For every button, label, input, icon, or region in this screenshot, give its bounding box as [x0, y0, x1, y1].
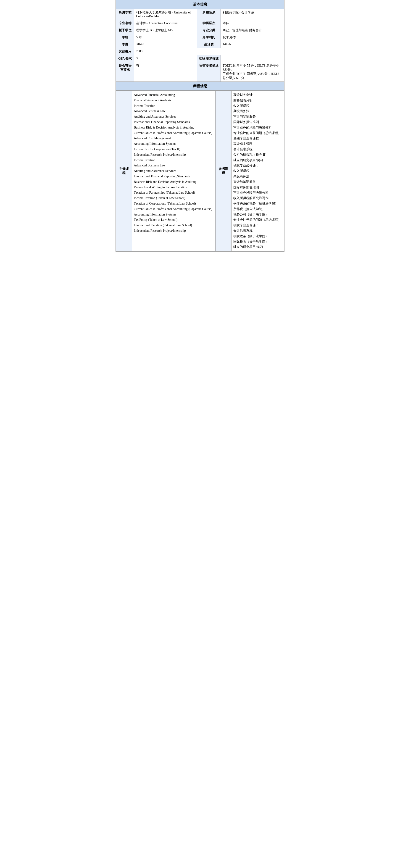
course-row: 主修课程 Advanced Financial AccountingFinanc… — [116, 91, 284, 251]
list-item: 审计业务风险与决策分析 — [233, 190, 282, 195]
list-item: 会计信息系统 — [233, 147, 282, 152]
list-item: Auditing and Assurance Services — [134, 168, 213, 174]
duration-value: 5 年 — [134, 34, 197, 41]
tuition-value: 31647 — [134, 41, 197, 48]
major-name-label: 专业名称 — [116, 20, 134, 27]
ref-translation-list: 高级财务会计财务报表分析收入所得税高级商务法审计与鉴证服务国际财务报告准则审计业… — [232, 91, 284, 251]
list-item: Tax Policy (Taken at Law School) — [134, 217, 213, 223]
list-item: Advanced Business Law — [134, 108, 213, 114]
list-item: 会计信息系统 — [233, 228, 282, 234]
lang-desc-label: 语言要求描述 — [197, 62, 220, 82]
list-item: 审计业务的风险与决策分析 — [233, 125, 282, 130]
list-item: 税收专业必修课： — [233, 163, 282, 168]
edu-level-value: 本科 — [221, 20, 284, 27]
list-item: 审计与鉴证服务 — [233, 179, 282, 185]
living-cost-value: 14456 — [221, 41, 284, 48]
list-item: 财务报表分析 — [233, 98, 282, 103]
list-item: Taxation of Corporations (Taken at Law S… — [134, 201, 213, 206]
list-item: 税收政策（摄于法学院） — [233, 234, 282, 239]
list-item: 高级财务会计 — [233, 92, 282, 98]
lang-desc-value: TOEFL 网考至少 75 分，IELTS 总分至少 6.5 分。 工程专业 T… — [221, 62, 284, 82]
other-fee-label: 其他费用 — [116, 48, 134, 55]
dept-value: 利兹商学院 - 会计学系 — [221, 9, 284, 20]
list-item: Accounting Information Systems — [134, 141, 213, 147]
list-item: 所得税（摘自法学院） — [233, 206, 282, 212]
list-item: 独立的研究项目/实习 — [233, 244, 282, 250]
start-time-value: 秋季,春季 — [221, 34, 284, 41]
list-item: Advanced Business Law — [134, 163, 213, 168]
list-item: 国际财务报告准则 — [233, 119, 282, 125]
list-item: Research and Writing in Income Taxation — [134, 185, 213, 190]
list-item: Accounting Information Systems — [134, 212, 213, 217]
tuition-label: 学费 — [116, 41, 134, 48]
table-row: 是否有语言要求 有 语言要求描述 TOEFL 网考至少 75 分，IELTS 总… — [116, 62, 284, 82]
list-item: 国际税收（摄于法学院） — [233, 239, 282, 245]
living-cost-label: 生活费 — [197, 41, 220, 48]
list-item: Advanced Cost Management — [134, 135, 213, 141]
list-item: 高级商务法 — [233, 108, 282, 114]
edu-level-label: 学历层次 — [197, 20, 220, 27]
list-item: Business Risk and Decision Analysis in A… — [134, 179, 213, 185]
table-row: 学制 5 年 开学时间 秋季,春季 — [116, 34, 284, 41]
table-row: 学费 31647 生活费 14456 — [116, 41, 284, 48]
course-info-table: 主修课程 Advanced Financial AccountingFinanc… — [116, 91, 284, 251]
degree-label: 授予学位 — [116, 27, 134, 34]
list-item: Independent Research Project/Internship — [134, 152, 213, 158]
list-item: 审计与鉴证服务 — [233, 114, 282, 119]
list-item: Income Taxation — [134, 158, 213, 163]
list-item: International Financial Reporting Standa… — [134, 174, 213, 179]
table-row: 专业名称 会计学 - Accounting Concurrent 学历层次 本科 — [116, 20, 284, 27]
lang-req-label: 是否有语言要求 — [116, 62, 134, 82]
major-cat-label: 专业分类 — [197, 27, 220, 34]
gpa-value: 3 — [134, 55, 197, 62]
list-item: 税务公司（摄于法学院） — [233, 212, 282, 217]
course-info-header: 课程信息 — [116, 82, 284, 91]
list-item: 公司的所得税（税务 II） — [233, 152, 282, 158]
list-item: 专业会计当前的问题（总结课程） — [233, 217, 282, 223]
list-item: 高级成本管理 — [233, 141, 282, 147]
gpa-desc-value — [221, 55, 284, 62]
major-name-value: 会计学 - Accounting Concurrent — [134, 20, 197, 27]
list-item: 国际财务报告准则 — [233, 185, 282, 190]
table-row: 授予学位 理学学士 BS/理学硕士 MS 专业分类 商业、管理与经济 财务会计 — [116, 27, 284, 34]
list-item: Income Taxation (Taken at Law School) — [134, 195, 213, 201]
major-cat-value: 商业、管理与经济 财务会计 — [221, 27, 284, 34]
list-item: Current Issues in Professional Accountin… — [134, 130, 213, 136]
gpa-desc-label: GPA 要求描述 — [197, 55, 220, 62]
list-item: Income Taxation — [134, 103, 213, 109]
list-item: 税收专业选修课： — [233, 223, 282, 228]
list-item: 收入所得税 — [233, 168, 282, 174]
list-item: 收入所得税 — [233, 103, 282, 109]
list-item: Income Tax for Corporation (Tax II) — [134, 147, 213, 152]
list-item: Financial Statement Analysis — [134, 98, 213, 103]
lang-req-value: 有 — [134, 62, 197, 82]
list-item: Independent Research Project/Internship — [134, 228, 213, 234]
dept-label: 所在院系 — [197, 9, 220, 20]
list-item: 专业会计的当前问题（总结课程） — [233, 130, 282, 136]
other-fee-empty — [197, 48, 284, 55]
ref-translation-label: 参考翻译 — [216, 91, 232, 251]
list-item: Auditing and Assurance Services — [134, 114, 213, 119]
list-item: International Taxation (Taken at Law Sch… — [134, 223, 213, 228]
major-course-label: 主修课程 — [116, 91, 132, 251]
gpa-label: GPA 要求 — [116, 55, 134, 62]
list-item: 高级商务法 — [233, 174, 282, 179]
list-item: Current Issues in Professional Accountin… — [134, 206, 213, 212]
table-row: GPA 要求 3 GPA 要求描述 — [116, 55, 284, 62]
list-item: Business Risk & Decision Analysis in Aud… — [134, 125, 213, 130]
school-label: 所属学校 — [116, 9, 134, 20]
basic-info-table: 所属学校 科罗拉多大学波尔得分校 - University of Colorad… — [116, 9, 284, 82]
duration-label: 学制 — [116, 34, 134, 41]
start-time-label: 开学时间 — [197, 34, 220, 41]
degree-value: 理学学士 BS/理学硕士 MS — [134, 27, 197, 34]
basic-info-header: 基本信息 — [116, 0, 284, 9]
major-course-list: Advanced Financial AccountingFinancial S… — [132, 91, 216, 251]
list-item: 伙伴关系的税务（拍摄法学院） — [233, 201, 282, 206]
other-fee-value: 2000 — [134, 48, 197, 55]
list-item: Advanced Financial Accounting — [134, 92, 213, 98]
list-item: 独立的研究项目/实习 — [233, 158, 282, 163]
list-item: 收入所得税的研究和写作 — [233, 195, 282, 201]
list-item: 金融专业选修课程 — [233, 135, 282, 141]
table-row: 其他费用 2000 — [116, 48, 284, 55]
school-value: 科罗拉多大学波尔得分校 - University of Colorado-Bou… — [134, 9, 197, 20]
